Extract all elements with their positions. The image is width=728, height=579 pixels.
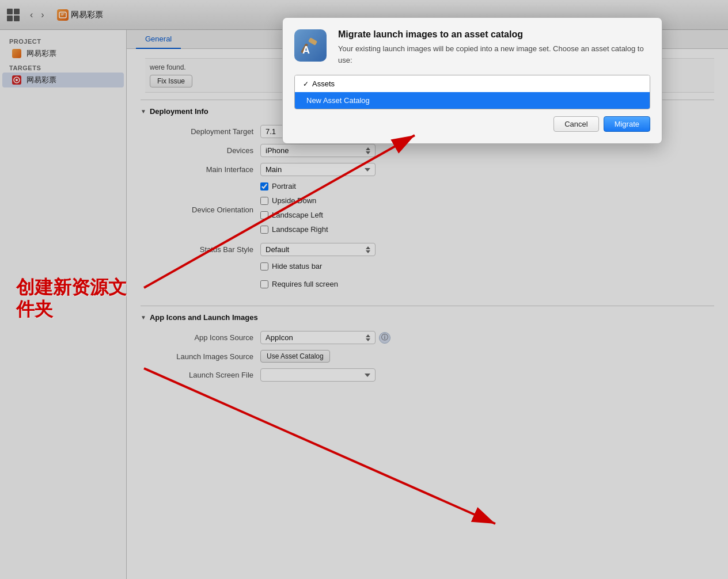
asset-catalog-dropdown: ✓ Assets New Asset Catalog xyxy=(294,75,650,109)
new-asset-catalog-option[interactable]: New Asset Catalog xyxy=(295,92,650,109)
popup-description-text: Your existing launch images will be copi… xyxy=(338,44,644,64)
svg-text:A: A xyxy=(302,44,310,56)
popup-text-area: Migrate launch images to an asset catalo… xyxy=(338,29,650,66)
dropdown-list: ✓ Assets New Asset Catalog xyxy=(294,75,650,109)
migrate-button[interactable]: Migrate xyxy=(604,116,650,132)
assets-checkmark: ✓ xyxy=(303,80,309,88)
popup-overlay[interactable]: A Migrate launch images to an asset cata… xyxy=(0,0,728,579)
migrate-popup: A Migrate launch images to an asset cata… xyxy=(282,17,662,144)
hammer-icon: A xyxy=(294,29,327,62)
popup-actions: Cancel Migrate xyxy=(294,116,650,132)
popup-title: Migrate launch images to an asset catalo… xyxy=(338,29,650,40)
assets-option-label: Assets xyxy=(312,79,335,88)
popup-desc: Your existing launch images will be copi… xyxy=(338,43,650,66)
new-asset-catalog-label: New Asset Catalog xyxy=(306,96,370,105)
popup-header: A Migrate launch images to an asset cata… xyxy=(294,29,650,66)
cancel-button[interactable]: Cancel xyxy=(553,116,598,132)
popup-xcode-icon: A xyxy=(294,29,329,64)
assets-option[interactable]: ✓ Assets xyxy=(295,75,650,92)
